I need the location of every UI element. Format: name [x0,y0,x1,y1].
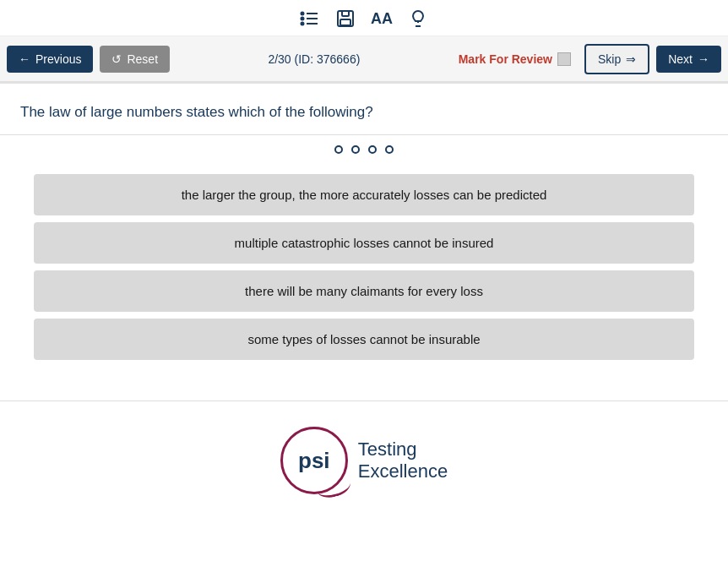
next-button[interactable]: Next → [656,46,721,73]
svg-rect-8 [340,19,350,25]
mark-review-label: Mark For Review [459,52,552,66]
skip-icon: ⇒ [626,52,636,66]
reset-label: Reset [127,52,158,66]
dot-3 [368,145,377,154]
answer-dots [0,135,728,161]
excellence-label: Excellence [358,460,448,482]
list-icon [300,8,320,29]
next-label: Next [668,52,693,66]
svg-point-5 [302,23,304,25]
dot-1 [334,145,343,154]
font-size-button[interactable]: AA [371,10,393,28]
svg-rect-7 [342,11,349,16]
font-size-icon: AA [371,10,393,28]
psi-logo: psi Testing Excellence [280,427,448,494]
mark-review-checkbox[interactable] [557,52,571,66]
testing-label: Testing [358,439,448,460]
psi-text: psi [298,448,330,474]
question-info: 2/30 (ID: 376666) [177,52,452,66]
save-icon-button[interactable] [335,8,356,29]
bulb-icon-button[interactable] [408,8,428,29]
svg-point-3 [302,13,304,15]
save-icon [335,8,356,29]
question-area: The law of large numbers states which of… [0,84,728,135]
previous-button[interactable]: ← Previous [7,46,93,73]
reset-button[interactable]: ↺ Reset [100,46,170,73]
footer: psi Testing Excellence [0,400,728,511]
prev-label: Previous [35,52,81,66]
answer-option-b[interactable]: multiple catastrophic losses cannot be i… [34,222,694,264]
reset-icon: ↺ [111,52,122,66]
prev-arrow-icon: ← [19,52,30,66]
question-text: The law of large numbers states which of… [20,104,708,121]
answers-container: the larger the group, the more accuratel… [0,161,728,384]
top-icon-bar: AA [0,0,728,36]
lightbulb-icon [408,8,428,29]
dot-4 [385,145,394,154]
psi-circle-logo: psi [280,427,348,494]
next-arrow-icon: → [698,52,709,66]
dot-2 [351,145,360,154]
skip-label: Skip [598,52,621,66]
answer-option-c[interactable]: there will be many claimants for every l… [34,270,694,312]
svg-point-4 [302,18,304,20]
answer-option-d[interactable]: some types of losses cannot be insurable [34,319,694,360]
psi-tagline: Testing Excellence [358,439,448,482]
nav-bar: ← Previous ↺ Reset 2/30 (ID: 376666) Mar… [0,36,728,84]
list-icon-button[interactable] [300,8,320,29]
skip-button[interactable]: Skip ⇒ [584,44,649,74]
mark-for-review-area: Mark For Review [459,52,571,66]
answer-option-a[interactable]: the larger the group, the more accuratel… [34,174,694,215]
